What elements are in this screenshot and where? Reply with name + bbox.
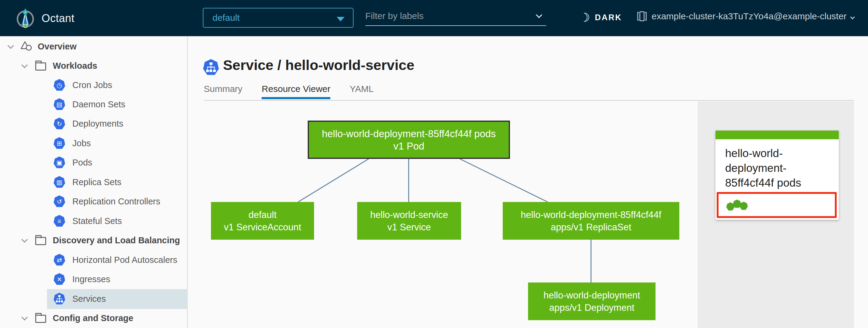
label-filter-input[interactable] — [365, 8, 528, 24]
daemonset-icon: ▤ — [54, 98, 65, 110]
theme-toggle-label: DARK — [595, 13, 622, 22]
objects-icon — [20, 40, 32, 53]
chevron-down-icon — [7, 42, 14, 49]
cluster-name: example-cluster-ka3TuTzYo4a@example-clus… — [652, 11, 846, 21]
moon-icon: ☾ — [579, 9, 590, 26]
folder-icon — [35, 237, 46, 245]
chevron-down-icon[interactable] — [536, 12, 542, 18]
service-icon — [203, 59, 219, 76]
tab-yaml[interactable]: YAML — [350, 84, 373, 99]
caret-down-icon — [337, 17, 344, 21]
cronjob-icon: ◷ — [54, 79, 65, 91]
sidebar-item-replica-sets[interactable]: ▥ Replica Sets — [0, 173, 188, 192]
deployment-icon: ↻ — [54, 118, 65, 130]
graph-node-deployment[interactable]: hello-world-deployment apps/v1 Deploymen… — [528, 282, 655, 320]
graph-node-replicaset[interactable]: hello-world-deployment-85ff4cf44f apps/v… — [503, 202, 679, 240]
ingress-icon: ✕ — [54, 273, 65, 285]
job-icon: ⊞ — [54, 137, 65, 149]
navigation-sidebar: Overview Workloads ◷ Cron Jobs ▤ Daemon … — [0, 36, 188, 328]
card-title: hello-world-deployment-85ff4cf44f pods — [715, 139, 839, 190]
pod-status-highlight[interactable] — [717, 192, 837, 218]
sidebar-item-deployments[interactable]: ↻ Deployments — [0, 114, 188, 133]
pod-status-dot — [740, 202, 748, 210]
octant-app: Octant default ☾ DARK example-cluster-ka… — [0, 0, 868, 328]
label-filter — [365, 8, 546, 26]
resource-detail-panel: hello-world-deployment-85ff4cf44f pods — [698, 101, 854, 328]
sidebar-item-jobs[interactable]: ⊞ Jobs — [0, 133, 188, 153]
theme-toggle-button[interactable]: ☾ DARK — [579, 9, 622, 26]
chevron-down-icon — [22, 314, 28, 320]
sidebar-item-stateful-sets[interactable]: ≡ Stateful Sets — [0, 211, 188, 231]
sidebar-item-workloads[interactable]: Workloads — [0, 56, 188, 76]
replicaset-icon: ▥ — [54, 176, 65, 188]
sidebar-item-horizontal-pod-autoscalers[interactable]: ⇄ Horizontal Pod Autoscalers — [0, 250, 188, 270]
sidebar-item-overview[interactable]: Overview — [0, 37, 188, 56]
sidebar-item-services[interactable]: Services — [0, 289, 188, 308]
chevron-down-icon — [22, 236, 28, 242]
page-title: Service / hello-world-service — [223, 57, 414, 73]
chevron-down-icon — [850, 14, 855, 19]
sidebar-item-replication-controllers[interactable]: ↺ Replication Controllers — [0, 192, 188, 211]
pod-icon: ▣ — [54, 156, 65, 169]
sidebar-item-discovery-and-load-balancing[interactable]: Discovery and Load Balancing — [0, 231, 188, 250]
sidebar-item-cron-jobs[interactable]: ◷ Cron Jobs — [0, 76, 188, 95]
sidebar-item-ingresses[interactable]: ✕ Ingresses — [0, 270, 188, 289]
cluster-selector[interactable]: example-cluster-ka3TuTzYo4a@example-clus… — [637, 8, 854, 24]
sidebar-item-pods[interactable]: ▣ Pods — [0, 153, 188, 172]
sidebar-item-daemon-sets[interactable]: ▤ Daemon Sets — [0, 95, 188, 114]
app-title: Octant — [41, 12, 74, 25]
tab-bar: Summary Resource Viewer YAML — [204, 84, 374, 99]
sidebar-item-config-and-storage[interactable]: Config and Storage — [0, 308, 188, 328]
service-icon — [54, 293, 65, 305]
tab-summary[interactable]: Summary — [204, 84, 242, 99]
statefulset-icon: ≡ — [54, 215, 65, 227]
hpa-icon: ⇄ — [54, 254, 65, 266]
tab-divider — [204, 100, 854, 101]
graph-node-serviceaccount[interactable]: default v1 ServiceAccount — [211, 202, 314, 240]
graph-node-pod[interactable]: hello-world-deployment-85ff4cf44f pods v… — [308, 121, 510, 159]
namespace-dropdown-value: default — [213, 13, 240, 23]
folder-icon — [35, 315, 46, 323]
octant-logo-icon — [16, 8, 35, 28]
graph-node-service[interactable]: hello-world-service v1 Service — [357, 202, 461, 240]
card-status-bar — [715, 130, 839, 139]
tab-resource-viewer[interactable]: Resource Viewer — [261, 84, 330, 99]
chevron-down-icon — [22, 61, 28, 68]
app-header: Octant default ☾ DARK example-cluster-ka… — [0, 0, 868, 36]
pod-group-card[interactable]: hello-world-deployment-85ff4cf44f pods — [715, 130, 839, 220]
namespace-dropdown[interactable]: default — [203, 8, 353, 28]
folder-icon — [35, 62, 46, 70]
replicationcontroller-icon: ↺ — [54, 196, 65, 207]
cluster-icon — [637, 10, 647, 24]
